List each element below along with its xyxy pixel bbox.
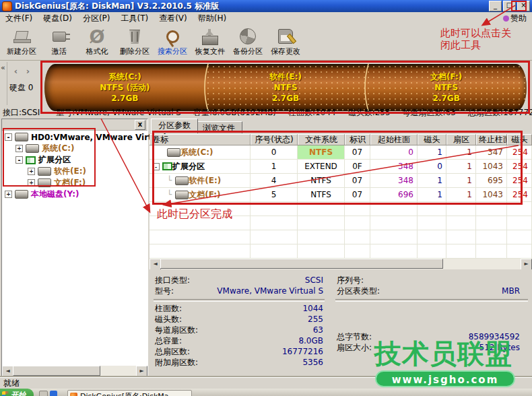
search-partition-icon <box>166 26 179 46</box>
delete-partition-icon <box>128 26 141 46</box>
partition-segment-e[interactable]: 软件(E:) NTFS 2.7GB <box>205 64 366 111</box>
new-partition-icon <box>13 26 30 46</box>
tree-item-document-f[interactable]: + 文档(F:) <box>2 177 147 189</box>
title-bar: DiskGenius[原名: DiskMan] V3.2.2010.5 标准版 … <box>0 0 532 12</box>
scroll-right-icon[interactable]: ► <box>136 366 147 377</box>
partition-tree-panel: x - HD0:VMware, VMware Virtual + 系统(C:) … <box>1 119 148 377</box>
detail-cylinders-value: 1044 <box>217 303 323 314</box>
window-title: DiskGenius[原名: DiskMan] V3.2.2010.5 标准版 <box>15 1 488 12</box>
scroll-right-icon[interactable]: ► <box>521 259 532 270</box>
col-header-index[interactable]: 序号(状态) <box>251 134 298 145</box>
expand-expander-icon[interactable]: + <box>15 145 23 152</box>
activate-icon <box>53 26 66 46</box>
maximize-button[interactable]: □ <box>503 1 516 11</box>
detail-interface-value: SCSI <box>217 275 323 286</box>
format-button[interactable]: Ø 格式化 <box>78 24 116 58</box>
disk-panel: « ‹ › 硬盘 0 系统(C:) NTFS (活动) 2.7GB 软件(E:)… <box>0 61 532 106</box>
donate-button[interactable]: 赞助 <box>503 13 532 24</box>
col-header-volume[interactable]: 卷标 <box>149 134 251 145</box>
table-row-document-f[interactable]: └ 文档(F:) 5 NTFS 07 696 1 1 1043 254 <box>149 188 532 202</box>
disk-bar: 系统(C:) NTFS (活动) 2.7GB 软件(E:) NTFS 2.7GB… <box>44 64 527 111</box>
table-row-extended[interactable]: - 扩展分区 1 EXTEND 0F 348 0 1 1043 254 <box>149 160 532 174</box>
partition-icon <box>167 148 180 157</box>
minimize-button[interactable]: _ <box>489 1 502 11</box>
tree-panel-close-icon[interactable]: x <box>135 120 145 130</box>
recover-files-button[interactable]: 恢复文件 <box>191 24 229 58</box>
expand-expander-icon[interactable]: + <box>5 191 12 198</box>
expand-expander-icon[interactable]: + <box>28 179 35 187</box>
backup-partition-button[interactable]: 备份分区 <box>229 24 267 58</box>
watermark-title: 技术员联盟 <box>374 335 512 372</box>
panel-divider <box>7 62 7 105</box>
donate-label: 赞助 <box>510 13 527 24</box>
detail-extra-sectors-value: 5356 <box>217 357 323 368</box>
next-disk-button[interactable]: › <box>22 66 34 77</box>
scroll-left-icon[interactable]: ◄ <box>2 366 13 377</box>
prev-disk-button[interactable]: ‹ <box>10 66 22 77</box>
detail-cylinders-label: 柱面数: <box>155 303 182 314</box>
recover-files-icon <box>202 26 218 46</box>
col-header-filesystem[interactable]: 文件系统 <box>298 134 345 145</box>
table-row-software-e[interactable]: └ 软件(E:) 4 NTFS 07 348 1 1 695 254 <box>149 174 532 188</box>
collapse-expander-icon[interactable]: - <box>15 156 23 164</box>
quick-launch-icon[interactable] <box>50 391 57 396</box>
menu-partition[interactable]: 分区(P) <box>77 12 116 25</box>
table-horizontal-scrollbar[interactable]: ◄ ► <box>149 259 532 269</box>
start-button[interactable]: 开始 <box>0 389 34 396</box>
partition-icon <box>175 191 189 199</box>
toolbar: 新建分区 激活 Ø 格式化 删除分区 搜索分区 恢复文件 备份分区 保存更改 <box>0 24 532 61</box>
menu-file[interactable]: 文件(F) <box>0 12 38 25</box>
menu-disk[interactable]: 硬盘(D) <box>38 12 77 25</box>
save-changes-button[interactable]: 保存更改 <box>267 24 304 58</box>
collapse-expander-icon[interactable]: - <box>5 133 12 141</box>
empty-table-row <box>149 230 532 244</box>
tree-item-hd0[interactable]: - HD0:VMware, VMware Virtual <box>2 131 147 143</box>
menu-view[interactable]: 查看(V) <box>154 12 193 25</box>
collapse-expander-icon[interactable]: - <box>152 163 160 170</box>
empty-table-row <box>149 216 532 230</box>
quick-launch-icon[interactable] <box>39 391 48 396</box>
activate-button[interactable]: 激活 <box>40 24 78 58</box>
partition-segment-c[interactable]: 系统(C:) NTFS (活动) 2.7GB <box>44 64 205 111</box>
delete-partition-button[interactable]: 删除分区 <box>116 24 154 58</box>
tab-partition-params[interactable]: 分区参数 <box>151 119 198 133</box>
col-header-end-cyl[interactable]: 终止柱面 <box>476 134 507 145</box>
watermark-url: www.jsgho.com <box>375 370 515 387</box>
menu-bar: 文件(F) 硬盘(D) 分区(P) 工具(T) 查看(V) 帮助(H) 赞助 <box>0 12 532 25</box>
close-button[interactable]: × <box>517 1 530 11</box>
detail-heads-label: 磁头数: <box>155 314 182 325</box>
col-header-id[interactable]: 标识 <box>345 134 370 145</box>
new-partition-button[interactable]: 新建分区 <box>3 24 40 58</box>
col-header-sector[interactable]: 扇区 <box>446 134 476 145</box>
table-row-system-c[interactable]: 系统(C:) 0 NTFS 07 0 1 1 347 254 <box>149 145 532 160</box>
col-header-head2[interactable]: 磁头 <box>507 134 532 145</box>
tree-item-extended[interactable]: - 扩展分区 <box>2 154 147 166</box>
tree-horizontal-scrollbar[interactable]: ◄ ► <box>2 366 147 376</box>
detail-table-type-value: MBR <box>412 286 520 296</box>
expand-expander-icon[interactable]: + <box>28 168 35 175</box>
menu-tools[interactable]: 工具(T) <box>115 12 154 25</box>
partition-icon <box>26 144 39 153</box>
diskgenius-window: { "colors": { "annotation_red": "#cc1a1a… <box>0 0 532 396</box>
menu-help[interactable]: 帮助(H) <box>193 12 232 25</box>
col-header-head[interactable]: 磁头 <box>418 134 446 145</box>
scroll-left-icon[interactable]: ◄ <box>149 259 161 270</box>
partition-segment-f[interactable]: 文档(F:) NTFS 2.7GB <box>366 64 527 111</box>
app-icon <box>2 1 12 11</box>
drive-label: 硬盘 0 <box>9 82 33 94</box>
tree-panel-header: x <box>2 119 147 131</box>
tree-item-software-e[interactable]: + 软件(E:) <box>2 166 147 177</box>
scrollbar-thumb[interactable] <box>160 259 443 269</box>
search-partition-button[interactable]: 搜索分区 <box>154 24 191 58</box>
col-header-start-cyl[interactable]: 起始柱面 <box>370 134 418 145</box>
collapse-panel-button[interactable]: « <box>1 63 5 72</box>
detail-heads-value: 255 <box>217 314 323 325</box>
taskbar-app-button[interactable]: DiskGenius[原名:DiskMa <box>67 390 192 396</box>
disk-icon <box>15 133 28 141</box>
tree-item-system-c[interactable]: + 系统(C:) <box>2 143 147 154</box>
scrollbar-thumb[interactable] <box>13 366 100 376</box>
tab-browse-files[interactable]: 浏览文件 <box>195 121 242 133</box>
detail-serial-label: 序列号: <box>337 275 364 286</box>
tree-item-local-disk-y[interactable]: + 本地磁盘(Y:) <box>2 189 147 200</box>
table-header-row: 卷标 序号(状态) 文件系统 标识 起始柱面 磁头 扇区 终止柱面 磁头 <box>149 134 532 145</box>
